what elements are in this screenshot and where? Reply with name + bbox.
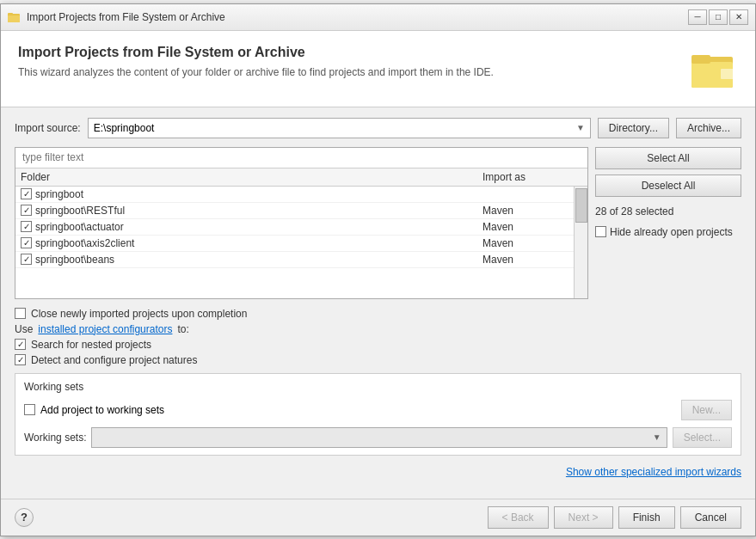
project-table: Folder Import as springboot [15, 147, 588, 299]
detect-natures-checkbox[interactable] [15, 354, 26, 365]
main-area: Folder Import as springboot [15, 147, 741, 299]
row-checkbox-1[interactable] [21, 205, 32, 216]
table-header: Folder Import as [15, 168, 587, 187]
table-row[interactable]: springboot\RESTful Maven [15, 203, 587, 219]
help-button[interactable]: ? [15, 508, 34, 527]
import-source-combo[interactable]: E:\springboot ▼ [88, 118, 591, 138]
deselect-all-button[interactable]: Deselect All [595, 175, 741, 197]
svg-rect-5 [691, 55, 710, 64]
window-icon [8, 10, 22, 24]
next-button[interactable]: Next > [554, 506, 613, 529]
close-imported-label: Close newly imported projects upon compl… [31, 308, 247, 320]
use-configurators-row: Use installed project configurators to: [15, 323, 741, 335]
footer: ? < Back Next > Finish Cancel [1, 499, 755, 536]
combo-arrow-icon: ▼ [576, 123, 585, 132]
working-sets-combo[interactable]: ▼ [91, 427, 667, 448]
row-import-1: Maven [482, 205, 569, 217]
table-row[interactable]: springboot\beans Maven [15, 252, 587, 268]
show-wizards-link-row: Show other specialized import wizards [15, 462, 741, 481]
table-body: springboot springboot\RESTful Maven [15, 187, 587, 298]
close-imported-row: Close newly imported projects upon compl… [15, 308, 741, 320]
working-sets-group: Working sets Add project to working sets… [15, 373, 741, 456]
filter-input[interactable] [15, 148, 587, 168]
working-sets-label: Working sets: [24, 432, 86, 444]
header-text-area: Import Projects from File System or Arch… [18, 45, 494, 80]
configurators-link[interactable]: installed project configurators [38, 323, 172, 335]
table-row[interactable]: springboot\actuator Maven [15, 219, 587, 236]
dialog-description: This wizard analyzes the content of your… [18, 65, 494, 80]
close-button[interactable]: ✕ [729, 9, 748, 25]
import-source-value: E:\springboot [94, 122, 155, 134]
row-import-3: Maven [482, 237, 569, 249]
header-section: Import Projects from File System or Arch… [1, 31, 755, 107]
search-nested-checkbox[interactable] [15, 339, 26, 350]
select-all-button[interactable]: Select All [595, 147, 741, 169]
dialog-title: Import Projects from File System or Arch… [18, 45, 494, 60]
col-import-header: Import as [482, 171, 569, 183]
footer-left: ? [15, 508, 34, 527]
row-folder-0: springboot [35, 188, 83, 200]
row-import-2: Maven [482, 221, 569, 233]
right-panel: Select All Deselect All 28 of 28 selecte… [595, 147, 741, 299]
scrollbar-track[interactable] [574, 187, 587, 298]
detect-natures-label: Detect and configure project natures [31, 354, 197, 366]
footer-buttons: < Back Next > Finish Cancel [488, 506, 741, 529]
selected-count: 28 of 28 selected [595, 202, 741, 221]
hide-open-row: Hide already open projects [595, 226, 741, 238]
hide-open-checkbox[interactable] [595, 226, 606, 237]
cancel-button[interactable]: Cancel [680, 506, 741, 529]
scrollbar-thumb[interactable] [575, 188, 587, 223]
options-section: Close newly imported projects upon compl… [15, 308, 741, 366]
add-working-sets-checkbox[interactable] [24, 404, 35, 415]
title-bar-left: Import Projects from File System or Arch… [8, 10, 225, 24]
working-sets-title: Working sets [24, 381, 732, 393]
working-sets-input-row: Working sets: ▼ Select... [24, 427, 732, 448]
new-working-set-button[interactable]: New... [681, 400, 732, 420]
finish-button[interactable]: Finish [618, 506, 675, 529]
hide-open-label: Hide already open projects [610, 226, 733, 238]
window-title: Import Projects from File System or Arch… [27, 11, 225, 23]
ws-combo-arrow-icon: ▼ [653, 432, 661, 442]
show-wizards-link[interactable]: Show other specialized import wizards [566, 466, 741, 478]
add-working-sets-label: Add project to working sets [40, 404, 164, 416]
close-imported-checkbox[interactable] [15, 308, 26, 319]
use-text: Use [15, 323, 33, 335]
directory-button[interactable]: Directory... [598, 118, 669, 138]
row-checkbox-0[interactable] [21, 188, 32, 199]
row-folder-4: springboot\beans [35, 254, 114, 266]
import-source-row: Import source: E:\springboot ▼ Directory… [15, 118, 741, 138]
maximize-button[interactable]: □ [709, 9, 728, 25]
header-folder-icon [690, 45, 738, 93]
minimize-button[interactable]: ─ [688, 9, 707, 25]
title-bar: Import Projects from File System or Arch… [1, 4, 755, 31]
archive-button[interactable]: Archive... [676, 118, 741, 138]
main-window: Import Projects from File System or Arch… [0, 3, 756, 536]
back-button[interactable]: < Back [488, 506, 549, 529]
title-bar-controls: ─ □ ✕ [688, 9, 748, 25]
add-to-working-sets-row: Add project to working sets New... [24, 400, 732, 420]
import-source-label: Import source: [15, 122, 81, 134]
row-folder-2: springboot\actuator [35, 221, 124, 233]
row-checkbox-3[interactable] [21, 237, 32, 248]
detect-natures-row: Detect and configure project natures [15, 354, 741, 366]
row-import-4: Maven [482, 254, 569, 266]
select-working-set-button[interactable]: Select... [673, 427, 732, 448]
search-nested-row: Search for nested projects [15, 339, 741, 351]
svg-rect-2 [8, 13, 13, 15]
row-folder-1: springboot\RESTful [35, 205, 125, 217]
row-checkbox-4[interactable] [21, 254, 32, 265]
search-nested-label: Search for nested projects [31, 339, 151, 351]
content-area: Import source: E:\springboot ▼ Directory… [1, 107, 755, 499]
col-folder-header: Folder [21, 171, 482, 183]
use-text2: to: [177, 323, 188, 335]
row-folder-3: springboot\axis2client [35, 237, 134, 249]
table-row[interactable]: springboot [15, 187, 587, 203]
table-row[interactable]: springboot\axis2client Maven [15, 236, 587, 252]
svg-rect-1 [8, 15, 20, 22]
svg-rect-6 [721, 69, 734, 79]
row-checkbox-2[interactable] [21, 221, 32, 232]
